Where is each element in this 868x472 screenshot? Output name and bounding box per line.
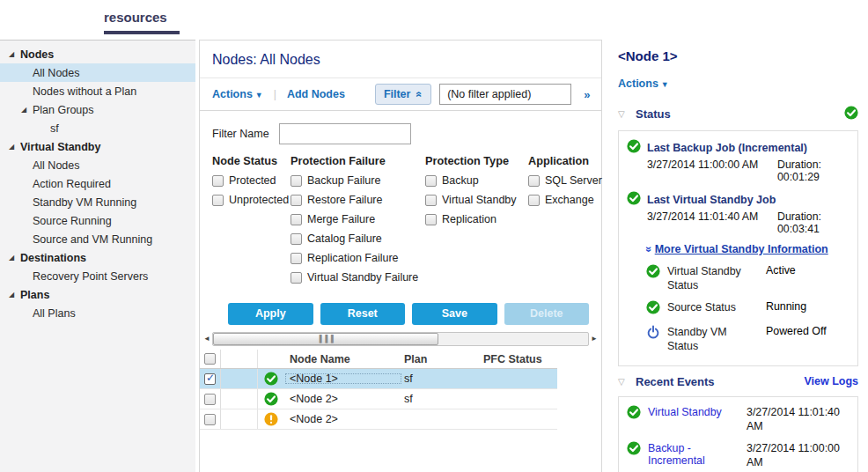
- sidebar-item-standby-vm-running[interactable]: Standby VM Running: [0, 193, 195, 211]
- node-name-cell[interactable]: <Node 2>: [284, 393, 402, 405]
- reset-button[interactable]: Reset: [320, 303, 406, 325]
- checkbox-icon[interactable]: [291, 195, 302, 206]
- status-section-header[interactable]: ▽ Status: [618, 102, 858, 130]
- tree-expander-icon[interactable]: ◢: [6, 50, 17, 58]
- tree-expander-icon[interactable]: ◢: [6, 291, 17, 299]
- sidebar-item-all-plans[interactable]: All Plans: [0, 304, 195, 322]
- checkbox-label: Virtual Standby: [442, 194, 517, 206]
- checkbox-icon[interactable]: [528, 195, 540, 206]
- tree-expander-icon[interactable]: ◢: [6, 143, 17, 151]
- expand-chevrons-icon: »: [643, 247, 655, 253]
- node-name-cell[interactable]: <Node 2>: [284, 413, 402, 425]
- scrollbar-thumb[interactable]: ▐▐▐: [213, 333, 438, 345]
- applied-filter-field[interactable]: [439, 84, 571, 105]
- view-logs-link[interactable]: View Logs: [804, 375, 858, 387]
- tab-resources[interactable]: resources: [104, 10, 180, 34]
- filter-group-title: Node Status: [212, 155, 291, 167]
- checkbox-merge-failure[interactable]: Merge Failure: [291, 213, 425, 225]
- node-name-cell[interactable]: <Node 1>: [284, 372, 402, 385]
- column-header-node-name[interactable]: Node Name: [284, 353, 402, 365]
- apply-button[interactable]: Apply: [228, 303, 313, 325]
- filter-group-protection-type: Protection Type Backup Virtual Standby R…: [425, 155, 528, 291]
- select-all-checkbox[interactable]: [204, 353, 216, 365]
- event-link[interactable]: Virtual Standby: [648, 405, 739, 418]
- recent-events-section-header[interactable]: ▽ Recent Events View Logs: [618, 372, 858, 396]
- checkbox-icon[interactable]: [212, 175, 224, 187]
- checkbox-icon[interactable]: [528, 175, 540, 187]
- collapse-triangle-icon[interactable]: ▽: [618, 377, 636, 387]
- stat-value: Powered Off: [766, 325, 827, 337]
- checkbox-backup[interactable]: Backup: [425, 174, 528, 187]
- sidebar-item-all-nodes[interactable]: All Nodes: [0, 63, 195, 82]
- checkbox-sql-server[interactable]: SQL Server: [528, 174, 611, 187]
- checkbox-virtual-standby[interactable]: Virtual Standby: [425, 194, 528, 206]
- table-row[interactable]: <Node 1> sf: [200, 369, 557, 389]
- checkbox-virtual-standby-failure[interactable]: Virtual Standby Failure: [291, 271, 425, 284]
- details-actions-menu-button[interactable]: Actions▼: [618, 77, 669, 90]
- row-checkbox[interactable]: [204, 414, 216, 425]
- checkbox-icon[interactable]: [291, 175, 302, 187]
- spacer-column: [221, 369, 258, 388]
- checkbox-replication-failure[interactable]: Replication Failure: [291, 252, 425, 264]
- checkbox-label: Backup Failure: [307, 174, 380, 187]
- checkbox-protected[interactable]: Protected: [212, 174, 291, 187]
- column-header-pfc-status[interactable]: PFC Status: [482, 353, 557, 365]
- checkbox-backup-failure[interactable]: Backup Failure: [291, 174, 425, 187]
- scroll-left-icon[interactable]: ◄: [202, 335, 212, 343]
- sidebar-item-source-running[interactable]: Source Running: [0, 211, 195, 230]
- checkbox-icon[interactable]: [291, 272, 302, 284]
- scrollbar-track[interactable]: ▐▐▐: [212, 332, 589, 346]
- table-row[interactable]: <Node 2> sf: [200, 389, 557, 409]
- event-date: 3/27/2014 11:00:00 AM: [747, 441, 850, 469]
- checkbox-catalog-failure[interactable]: Catalog Failure: [291, 232, 425, 245]
- sidebar-item-destinations[interactable]: ◢Destinations: [0, 248, 195, 267]
- toolbar-overflow-button[interactable]: »: [584, 88, 590, 101]
- sidebar-item-plans[interactable]: ◢Plans: [0, 285, 195, 304]
- status-ok-icon: [627, 441, 641, 458]
- sidebar-item-sf[interactable]: sf: [0, 119, 195, 137]
- sidebar-item-source-and-vm-running[interactable]: Source and VM Running: [0, 230, 195, 248]
- sidebar-item-recovery-point-servers[interactable]: Recovery Point Servers: [0, 267, 195, 285]
- column-header-plan[interactable]: Plan: [402, 353, 482, 365]
- sidebar-item-vs-all-nodes[interactable]: All Nodes: [0, 156, 195, 174]
- checkbox-restore-failure[interactable]: Restore Failure: [291, 194, 425, 206]
- checkbox-icon[interactable]: [291, 214, 302, 225]
- event-row: Virtual Standby 3/27/2014 11:01:40 AM: [627, 405, 850, 433]
- save-button[interactable]: Save: [412, 303, 497, 325]
- checkbox-icon[interactable]: [212, 195, 224, 206]
- stat-label: Source Status: [667, 300, 759, 314]
- filter-group-protection-failure: Protection Failure Backup Failure Restor…: [291, 155, 425, 291]
- table-row[interactable]: <Node 2>: [200, 409, 557, 430]
- checkbox-icon[interactable]: [425, 214, 437, 225]
- sidebar-item-nodes-without-a-plan[interactable]: Nodes without a Plan: [0, 82, 195, 100]
- filter-group-title: Protection Type: [425, 155, 528, 167]
- job-duration: Duration: 00:01:29: [777, 159, 850, 183]
- status-ok-icon: [646, 300, 660, 317]
- checkbox-exchange[interactable]: Exchange: [528, 194, 611, 206]
- add-nodes-button[interactable]: Add Nodes: [287, 88, 345, 100]
- horizontal-scrollbar[interactable]: ◄ ▐▐▐ ►: [202, 331, 600, 346]
- event-link[interactable]: Backup - Incremental: [648, 441, 739, 467]
- more-virtual-standby-information-link[interactable]: More Virtual Standby Information: [655, 243, 828, 255]
- checkbox-icon[interactable]: [425, 195, 437, 206]
- tree-expander-icon[interactable]: ◢: [6, 254, 17, 262]
- sidebar-item-plan-groups[interactable]: ◢Plan Groups: [0, 100, 195, 119]
- tree-expander-icon[interactable]: ◢: [18, 106, 29, 114]
- row-checkbox[interactable]: [204, 394, 216, 405]
- checkbox-unprotected[interactable]: Unprotected: [212, 194, 291, 206]
- checkbox-icon[interactable]: [291, 233, 302, 245]
- sidebar-item-label: Destinations: [20, 252, 86, 264]
- checkbox-icon[interactable]: [425, 175, 437, 187]
- sidebar-item-action-required[interactable]: Action Required: [0, 174, 195, 193]
- sidebar-item-virtual-standby[interactable]: ◢Virtual Standby: [0, 137, 195, 156]
- checkbox-icon[interactable]: [291, 253, 302, 264]
- filter-toggle-button[interactable]: Filter «: [375, 84, 431, 105]
- scroll-right-icon[interactable]: ►: [589, 335, 600, 343]
- filter-name-input[interactable]: [279, 123, 411, 144]
- app-window: resources ◢Nodes All Nodes Nodes without…: [0, 0, 868, 472]
- sidebar-item-nodes[interactable]: ◢Nodes: [0, 45, 195, 63]
- row-checkbox[interactable]: [204, 373, 216, 385]
- actions-menu-button[interactable]: Actions▼: [212, 88, 263, 100]
- checkbox-replication[interactable]: Replication: [425, 213, 528, 225]
- collapse-triangle-icon[interactable]: ▽: [618, 109, 636, 119]
